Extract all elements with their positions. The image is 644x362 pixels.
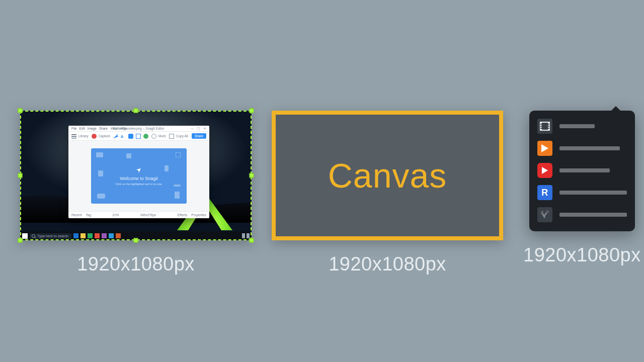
- snagit-editor-window: File Edit Image Share View Help EditorOv…: [68, 126, 209, 218]
- record-icon[interactable]: [92, 134, 97, 139]
- close-icon[interactable]: ✕: [203, 127, 206, 131]
- selection-handle[interactable]: [250, 238, 254, 243]
- window-controls[interactable]: — ▢ ✕: [191, 127, 207, 131]
- menu-help[interactable]: Help: [120, 127, 126, 130]
- hamburger-icon[interactable]: [71, 134, 76, 139]
- selection-handle[interactable]: [134, 238, 138, 243]
- copy-icon[interactable]: [169, 134, 174, 139]
- selection-handle[interactable]: [18, 109, 23, 113]
- menu-share[interactable]: Share: [99, 127, 108, 130]
- stamp-tool-icon[interactable]: [143, 134, 148, 139]
- relay-icon: R: [537, 185, 552, 200]
- export-menu: R: [529, 111, 635, 231]
- menu-item[interactable]: R: [537, 185, 627, 200]
- arrow-tool-icon[interactable]: [113, 134, 118, 139]
- welcome-subtitle: Click on the highlighted tool to try one…: [115, 183, 162, 186]
- menu-item-label-placeholder: [559, 213, 627, 217]
- menu-item-label-placeholder: [559, 191, 627, 195]
- editor-titlebar: File Edit Image Share View Help EditorOv…: [68, 126, 209, 132]
- selection-handle[interactable]: [250, 173, 254, 178]
- shape-tool-icon[interactable]: [136, 134, 141, 139]
- editor-statusbar: Recent Tag 21% 349x278px Effects Propert…: [68, 211, 209, 218]
- menu-image[interactable]: Image: [88, 127, 97, 130]
- taskbar-app-icon[interactable]: [116, 233, 121, 238]
- svg-rect-3: [540, 124, 542, 125]
- copy-all-button[interactable]: Copy All: [176, 134, 188, 138]
- callout-tool-icon[interactable]: [128, 134, 133, 139]
- svg-rect-7: [548, 126, 549, 127]
- status-tag[interactable]: Tag: [86, 213, 91, 217]
- panel-screenshot: File Edit Image Share View Help EditorOv…: [20, 111, 252, 275]
- menu-edit[interactable]: Edit: [79, 127, 85, 130]
- more-button[interactable]: More: [158, 134, 166, 138]
- svg-marker-10: [542, 167, 548, 174]
- desktop-screenshot: File Edit Image Share View Help EditorOv…: [20, 111, 252, 240]
- svg-rect-6: [548, 124, 549, 125]
- status-recent[interactable]: Recent: [71, 213, 82, 217]
- editor-toolbar: Library Capture a Mo: [68, 132, 209, 141]
- minimize-icon[interactable]: —: [191, 127, 194, 131]
- status-effects[interactable]: Effects: [178, 213, 188, 217]
- menu-item-label-placeholder: [559, 124, 595, 128]
- taskbar-app-icon[interactable]: [88, 233, 93, 238]
- welcome-title: Welcome to Snagit: [120, 176, 157, 181]
- arrow-cursor-icon: ➤: [135, 165, 143, 174]
- editor-menus[interactable]: File Edit Image Share View Help: [71, 127, 126, 130]
- menu-item-label-placeholder: [559, 168, 610, 172]
- taskbar-app-icon[interactable]: [73, 233, 78, 238]
- search-icon: [32, 234, 35, 238]
- menu-file[interactable]: File: [71, 127, 76, 130]
- selection-handle[interactable]: [134, 109, 138, 113]
- menu-item[interactable]: [537, 163, 627, 178]
- share-button[interactable]: Share: [192, 133, 206, 139]
- taskbar-app-icon[interactable]: [95, 233, 100, 238]
- menu-item[interactable]: [537, 207, 627, 222]
- svg-point-14: [541, 210, 543, 213]
- caption-panel1: 1920x1080px: [77, 253, 195, 275]
- canvas-box: Canvas: [272, 111, 503, 240]
- status-properties[interactable]: Properties: [191, 213, 206, 217]
- play-icon: [537, 141, 552, 156]
- start-button-icon[interactable]: [22, 233, 28, 239]
- selection-handle[interactable]: [250, 109, 254, 113]
- status-zoom: 21%: [112, 213, 119, 217]
- youtube-icon: [537, 163, 552, 178]
- taskbar-app-icon[interactable]: [80, 233, 86, 238]
- tools-icon: [537, 207, 552, 222]
- selection-handle[interactable]: [18, 238, 23, 243]
- svg-rect-8: [548, 128, 549, 129]
- svg-marker-9: [541, 144, 548, 152]
- panel-menu: R 1920x1080px: [523, 111, 641, 266]
- svg-rect-5: [540, 128, 542, 129]
- caption-panel2: 1920x1080px: [329, 253, 446, 275]
- menu-item-label-placeholder: [559, 146, 620, 150]
- text-tool-icon[interactable]: a: [121, 134, 126, 139]
- taskbar-app-icon[interactable]: [109, 233, 114, 238]
- taskbar-search-placeholder: Type here to search: [37, 234, 68, 238]
- taskbar-app-icon[interactable]: [102, 233, 107, 238]
- maximize-icon[interactable]: ▢: [197, 127, 200, 131]
- canvas-label: Canvas: [328, 156, 447, 195]
- taskbar-search[interactable]: Type here to search: [30, 233, 71, 239]
- caption-panel3: 1920x1080px: [523, 244, 641, 266]
- info-icon[interactable]: [151, 134, 156, 139]
- menu-view[interactable]: View: [110, 127, 117, 130]
- library-button[interactable]: Library: [78, 134, 89, 138]
- selection-handle[interactable]: [18, 173, 23, 178]
- menu-item[interactable]: [537, 141, 627, 156]
- taskbar-tray[interactable]: [242, 233, 250, 238]
- editor-canvas: ➤ Welcome to Snagit Click on the highlig…: [68, 141, 209, 211]
- status-size: 349x278px: [140, 213, 156, 217]
- panel-canvas: Canvas 1920x1080px: [272, 111, 503, 275]
- menu-item[interactable]: [537, 119, 627, 134]
- welcome-card: ➤ Welcome to Snagit Click on the highlig…: [91, 148, 187, 204]
- svg-rect-4: [540, 126, 542, 127]
- film-icon: [537, 119, 552, 134]
- capture-button[interactable]: Capture: [99, 134, 110, 138]
